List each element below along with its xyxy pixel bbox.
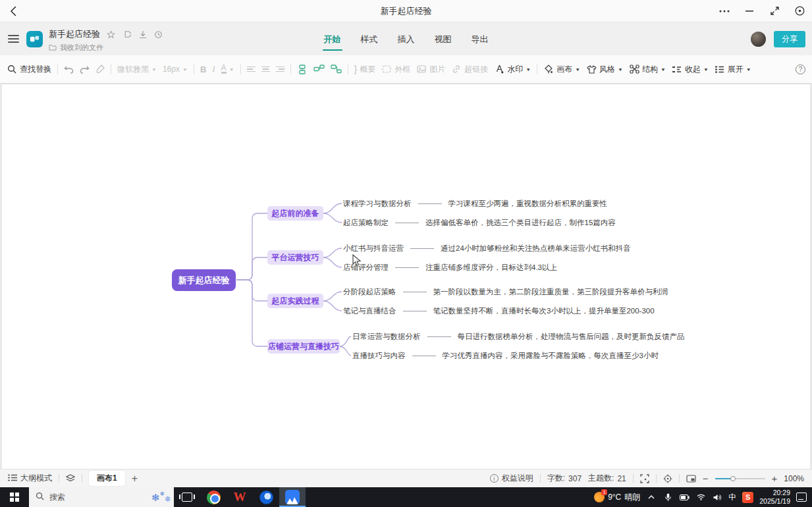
task-view-button[interactable] [174, 487, 200, 507]
rights-info-button[interactable]: i 权益说明 [490, 473, 533, 484]
tray-expand-icon[interactable] [646, 492, 657, 502]
align-left-icon[interactable] [247, 65, 256, 74]
align-center-icon[interactable] [261, 65, 270, 74]
share-button[interactable]: 分享 [774, 31, 805, 47]
chrome-taskbar-icon[interactable] [200, 487, 227, 507]
boundary-button[interactable]: 外框 [381, 64, 410, 75]
subtopic-detail[interactable]: 第一阶段以数量为主，第二阶段注重质量，第三阶段提升客单价与利润 [433, 287, 668, 297]
tab-export[interactable]: 导出 [470, 30, 490, 49]
watermark-dropdown[interactable]: 水印▼ [494, 64, 531, 75]
subtopic-label[interactable]: 起店策略制定 [343, 218, 389, 228]
battery-icon[interactable] [679, 492, 690, 502]
back-button[interactable] [0, 6, 26, 16]
summary-button[interactable]: }概要 [354, 64, 376, 75]
font-size-select[interactable]: 16px▼ [163, 65, 188, 74]
font-family-select[interactable]: 微软雅黑▼ [117, 64, 157, 75]
layers-icon[interactable] [66, 474, 75, 483]
mindmap-root-node[interactable]: 新手起店经验 [172, 269, 236, 291]
subtopic-connector [418, 203, 442, 204]
mindmaster-taskbar-icon[interactable] [279, 487, 306, 507]
taskbar-search-input[interactable]: 搜索 ❄❄❄ [29, 487, 174, 507]
minimap-icon[interactable] [686, 475, 696, 483]
mindmap-canvas[interactable]: 新手起店经验 起店前的准备 平台运营技巧 起店实践过程 店铺运营与直播技巧 课程… [2, 84, 810, 469]
star-icon[interactable] [107, 30, 115, 39]
subtopic-detail[interactable]: 学习优秀直播内容，采用露脸与不露脸策略，每次直播至少3小时 [443, 351, 659, 361]
locate-center-icon[interactable] [663, 474, 672, 483]
tab-insert[interactable]: 插入 [396, 30, 416, 49]
more-options-icon[interactable] [718, 5, 730, 17]
mindmap-branch-node[interactable]: 起店前的准备 [267, 206, 323, 221]
zoom-slider[interactable] [715, 478, 765, 479]
mindmap-branch-node[interactable]: 起店实践过程 [267, 294, 323, 308]
subtopic-label[interactable]: 店铺评分管理 [343, 263, 389, 273]
find-replace-button[interactable]: 查找替换 [7, 64, 51, 75]
subtopic-label[interactable]: 分阶段起店策略 [343, 287, 396, 297]
wps-taskbar-icon[interactable]: W [227, 487, 253, 507]
download-icon[interactable] [138, 30, 147, 39]
subtopic-detail[interactable]: 每日进行数据榜单分析，处理物流与售后问题，及时更新负反馈产品 [458, 332, 685, 342]
expand-dropdown[interactable]: 展开▼ [715, 64, 751, 75]
hyperlink-button[interactable]: 超链接 [451, 64, 488, 75]
mindmap-subtopic-row: 店铺评分管理 注重店铺多维度评分，目标达到4.3以上 [343, 262, 557, 273]
undo-icon[interactable] [64, 65, 74, 74]
collapse-dropdown[interactable]: 收起▼ [672, 64, 709, 75]
restore-button[interactable] [769, 5, 780, 17]
help-button[interactable]: ? [796, 65, 805, 74]
sogou-ime-icon[interactable]: S [742, 492, 753, 503]
app-logo-icon[interactable] [26, 31, 43, 47]
subtopic-label[interactable]: 小红书与抖音运营 [343, 244, 404, 254]
ime-indicator[interactable]: 中 [728, 492, 736, 503]
document-location[interactable]: 我收到的文件 [60, 43, 103, 53]
zoom-in-button[interactable]: + [772, 473, 778, 484]
weather-widget[interactable]: 1 9°C 晴朗 [594, 492, 640, 503]
add-canvas-button[interactable]: + [132, 473, 138, 485]
zoom-slider-knob[interactable] [730, 476, 736, 481]
fit-screen-icon[interactable] [640, 474, 649, 483]
subtopic-detail[interactable]: 注重店铺多维度评分，目标达到4.3以上 [425, 263, 557, 273]
tab-view[interactable]: 视图 [433, 30, 453, 49]
main-menu-icon[interactable] [8, 35, 19, 43]
subtopic-detail[interactable]: 学习课程至少两遍，重视数据分析积累的重要性 [448, 199, 608, 209]
document-title[interactable]: 新手起店经验 [49, 28, 100, 40]
structure-dropdown[interactable]: 结构▼ [629, 64, 666, 75]
format-painter-icon[interactable] [95, 65, 105, 74]
taskbar-clock[interactable]: 20:29 2025/1/19 [759, 489, 790, 506]
subtopic-detail[interactable]: 笔记数量坚持不断，直播时长每次3小时以上，提升单量至200-300 [433, 306, 655, 316]
font-color-button[interactable]: A▼ [221, 65, 234, 74]
mindmap-branch-node[interactable]: 平台运营技巧 [267, 250, 323, 265]
history-icon[interactable] [154, 30, 163, 39]
user-avatar[interactable] [751, 32, 766, 47]
bold-button[interactable]: B [200, 65, 206, 74]
wifi-icon[interactable] [695, 492, 706, 502]
subtopic-label[interactable]: 日常运营与数据分析 [352, 332, 421, 342]
minimize-button[interactable] [744, 5, 755, 17]
outline-mode-button[interactable]: 大纲模式 [8, 473, 52, 484]
insert-child-topic-icon[interactable] [313, 65, 325, 74]
browser-taskbar-icon[interactable] [253, 487, 279, 507]
mindmap-branch-node[interactable]: 店铺运营与直播技巧 [267, 339, 340, 354]
structure-icon [629, 64, 639, 74]
microphone-icon[interactable] [663, 492, 673, 502]
notification-center-icon[interactable] [796, 492, 807, 502]
image-button[interactable]: 图片 [416, 64, 445, 75]
align-right-icon[interactable] [276, 65, 284, 74]
zoom-out-button[interactable]: − [703, 473, 709, 484]
tab-start[interactable]: 开始 [323, 30, 342, 49]
volume-icon[interactable] [712, 492, 722, 502]
subtopic-label[interactable]: 笔记与直播结合 [343, 306, 396, 316]
canvas-dropdown[interactable]: 画布▼ [543, 64, 580, 75]
close-button[interactable] [794, 5, 805, 17]
insert-sibling-topic-icon[interactable] [297, 65, 308, 74]
tab-style[interactable]: 样式 [360, 30, 379, 49]
insert-parent-topic-icon[interactable] [331, 65, 342, 74]
canvas-tab-1[interactable]: 画布1 [89, 471, 125, 486]
redo-icon[interactable] [80, 65, 90, 74]
tag-icon[interactable] [122, 30, 131, 39]
subtopic-label[interactable]: 直播技巧与内容 [352, 351, 406, 361]
subtopic-detail[interactable]: 通过24小时加够粉丝和关注热点榜单来运营小红书和抖音 [441, 244, 631, 254]
style-dropdown[interactable]: 风格▼ [586, 64, 623, 75]
start-button[interactable] [0, 487, 29, 507]
subtopic-detail[interactable]: 选择偏低客单价，挑选三个类目进行起店，制作15篇内容 [425, 218, 616, 228]
subtopic-label[interactable]: 课程学习与数据分析 [343, 199, 412, 209]
italic-button[interactable]: I [212, 64, 215, 74]
